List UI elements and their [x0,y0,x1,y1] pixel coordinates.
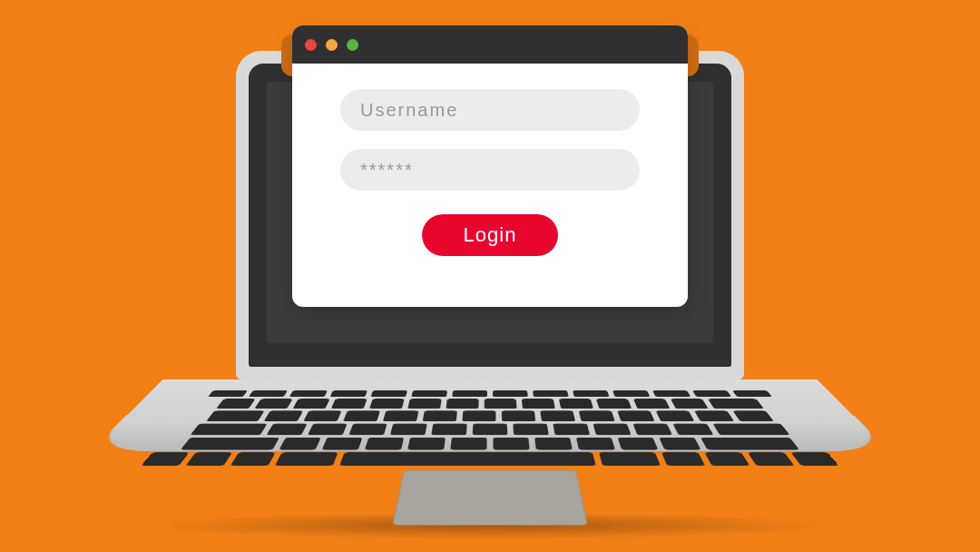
window-close-icon[interactable] [305,39,317,51]
laptop-keyboard [146,390,833,466]
laptop-trackpad [392,470,588,526]
window-zoom-icon[interactable] [347,39,358,51]
username-field[interactable] [340,89,640,131]
login-form: Login [292,64,688,256]
login-window: Login [292,25,688,307]
laptop-base [163,380,817,534]
window-titlebar [292,25,688,64]
window-minimize-icon[interactable] [326,39,338,51]
login-button[interactable]: Login [422,214,558,256]
password-field[interactable] [340,149,640,191]
